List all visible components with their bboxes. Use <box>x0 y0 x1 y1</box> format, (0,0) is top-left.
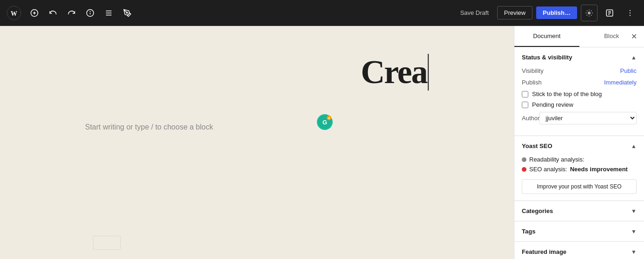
canvas-area[interactable]: Crea Start writing or type / to choose a… <box>0 26 514 259</box>
list-view-button[interactable] <box>100 5 117 21</box>
svg-text:W: W <box>11 10 17 17</box>
tags-chevron: ▼ <box>631 228 637 235</box>
tags-header[interactable]: Tags ▼ <box>514 221 644 241</box>
yoast-seo-content: Readability analysis: SEO analysis: Need… <box>514 156 644 201</box>
svg-point-12 <box>588 12 590 14</box>
svg-point-11 <box>126 12 128 13</box>
featured-image-header[interactable]: Featured image ▼ <box>514 242 644 259</box>
yoast-seo-title: Yoast SEO <box>522 142 552 149</box>
svg-point-19 <box>630 15 631 16</box>
visibility-label: Visibility <box>522 67 544 74</box>
close-sidebar-button[interactable]: ✕ <box>627 30 640 43</box>
yoast-seo-section: Yoast SEO ▲ Readability analysis: SEO an… <box>514 136 644 201</box>
featured-image-section: Featured image ▼ <box>514 242 644 259</box>
visibility-value[interactable]: Public <box>620 67 637 74</box>
seo-analysis-row: SEO analysis: Needs improvement <box>522 166 637 173</box>
sidebar-tabs: Document Block ✕ <box>514 26 644 47</box>
categories-section: Categories ▼ <box>514 201 644 221</box>
post-placeholder[interactable]: Start writing or type / to choose a bloc… <box>85 123 429 131</box>
svg-point-18 <box>630 12 631 13</box>
tools-button[interactable] <box>119 5 136 21</box>
status-visibility-content: Visibility Public Publish Immediately St… <box>514 67 644 136</box>
svg-point-17 <box>630 10 631 11</box>
wordpress-logo: W <box>6 5 22 21</box>
sidebar-body: Status & visibility ▲ Visibility Public … <box>514 47 644 259</box>
info-button[interactable] <box>82 5 99 21</box>
editor-content: Crea Start writing or type / to choose a… <box>85 54 429 131</box>
readability-label: Readability analysis: <box>529 156 585 163</box>
publish-row: Publish Immediately <box>522 79 637 86</box>
seo-dot <box>522 167 526 172</box>
tags-section: Tags ▼ <box>514 221 644 242</box>
yoast-seo-header[interactable]: Yoast SEO ▲ <box>514 136 644 156</box>
publish-value[interactable]: Immediately <box>604 79 637 86</box>
categories-header[interactable]: Categories ▼ <box>514 201 644 221</box>
status-visibility-header[interactable]: Status & visibility ▲ <box>514 47 644 67</box>
preview-button[interactable]: Preview <box>497 6 532 19</box>
toolbar-left: W <box>6 5 455 21</box>
more-options-button[interactable] <box>622 5 638 21</box>
redo-button[interactable] <box>63 5 80 21</box>
categories-title: Categories <box>522 207 553 214</box>
status-visibility-chevron: ▲ <box>631 54 637 61</box>
post-title[interactable]: Crea <box>361 54 429 91</box>
toolbar-right: Save Draft Preview Publish… <box>455 5 638 21</box>
pending-review-label: Pending review <box>532 101 573 108</box>
svg-text:4: 4 <box>328 117 330 120</box>
status-visibility-title: Status & visibility <box>522 54 572 61</box>
visibility-row: Visibility Public <box>522 67 637 74</box>
tab-document[interactable]: Document <box>514 26 579 47</box>
author-select[interactable]: jjuviler <box>539 112 637 124</box>
sidebar: Document Block ✕ Status & visibility ▲ V… <box>514 26 644 259</box>
settings-button[interactable] <box>581 5 598 21</box>
seo-label: SEO analysis: <box>529 166 567 173</box>
svg-text:G: G <box>322 119 327 126</box>
toolbar: W <box>0 0 644 26</box>
tags-title: Tags <box>522 228 535 235</box>
stick-top-row: Stick to the top of the blog <box>522 91 637 97</box>
stick-top-label: Stick to the top of the blog <box>532 91 602 97</box>
featured-image-title: Featured image <box>522 248 566 255</box>
block-hint <box>93 236 121 250</box>
main-layout: Crea Start writing or type / to choose a… <box>0 26 644 259</box>
seo-value: Needs improvement <box>570 166 628 173</box>
pending-review-checkbox[interactable] <box>522 102 528 108</box>
add-block-button[interactable] <box>26 5 43 21</box>
featured-image-chevron: ▼ <box>631 249 637 255</box>
status-visibility-section: Status & visibility ▲ Visibility Public … <box>514 47 644 136</box>
grammarly-icon: G 4 <box>317 114 333 132</box>
yoast-button[interactable] <box>601 5 618 21</box>
categories-chevron: ▼ <box>631 208 637 214</box>
save-draft-button[interactable]: Save Draft <box>455 6 493 19</box>
author-row: Author jjuviler <box>522 112 637 124</box>
pending-review-row: Pending review <box>522 101 637 108</box>
readability-dot <box>522 157 526 162</box>
stick-top-checkbox[interactable] <box>522 91 528 97</box>
undo-button[interactable] <box>45 5 61 21</box>
author-label: Author <box>522 115 539 122</box>
yoast-seo-chevron: ▲ <box>631 143 637 149</box>
yoast-improve-button[interactable]: Improve your post with Yoast SEO <box>522 179 637 194</box>
publish-button[interactable]: Publish… <box>536 6 577 19</box>
publish-label: Publish <box>522 79 542 86</box>
readability-row: Readability analysis: <box>522 156 637 163</box>
